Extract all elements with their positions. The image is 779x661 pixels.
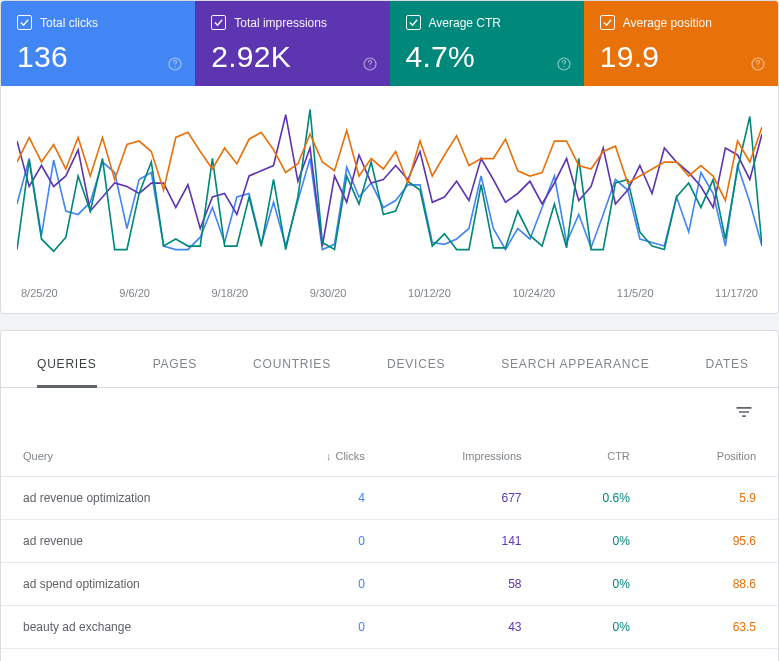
x-tick: 10/12/20 — [408, 287, 451, 299]
cell-position: 66.7 — [652, 649, 778, 662]
help-icon[interactable] — [556, 56, 572, 76]
cell-impressions: 58 — [387, 563, 544, 606]
card-average-position[interactable]: Average position 19.9 — [584, 1, 778, 86]
cell-impressions: 141 — [387, 520, 544, 563]
cell-position: 5.9 — [652, 477, 778, 520]
checkbox-icon — [211, 15, 226, 30]
checkbox-icon — [406, 15, 421, 30]
help-icon[interactable] — [167, 56, 183, 76]
tab-dates[interactable]: DATES — [706, 343, 749, 387]
svg-point-7 — [757, 66, 758, 67]
cell-clicks: 4 — [261, 477, 387, 520]
card-label: Average position — [623, 16, 712, 30]
table-row[interactable]: beauty ad exchange0430%63.5 — [1, 606, 778, 649]
tab-devices[interactable]: DEVICES — [387, 343, 445, 387]
series-impressions — [17, 115, 762, 246]
chart-area: 8/25/209/6/209/18/209/30/2010/12/2010/24… — [1, 86, 778, 313]
cell-impressions: 33 — [387, 649, 544, 662]
performance-panel: Total clicks 136 Total impressions 2.92K… — [0, 0, 779, 314]
cell-query: how much ad revenue — [1, 649, 261, 662]
cell-ctr: 0% — [544, 649, 652, 662]
col-header-ctr[interactable]: CTR — [544, 436, 652, 477]
queries-table: Query ↓Clicks Impressions CTR Position a… — [1, 436, 778, 661]
cell-query: ad revenue — [1, 520, 261, 563]
x-tick: 9/6/20 — [119, 287, 150, 299]
x-tick: 9/18/20 — [211, 287, 248, 299]
card-value: 4.7% — [406, 40, 568, 74]
col-header-impressions[interactable]: Impressions — [387, 436, 544, 477]
col-header-query[interactable]: Query — [1, 436, 261, 477]
performance-chart — [17, 106, 762, 281]
dimension-tabs: QUERIESPAGESCOUNTRIESDEVICESSEARCH APPEA… — [1, 331, 778, 388]
card-value: 136 — [17, 40, 179, 74]
card-value: 2.92K — [211, 40, 373, 74]
metric-cards: Total clicks 136 Total impressions 2.92K… — [1, 1, 778, 86]
cell-position: 88.6 — [652, 563, 778, 606]
x-tick: 10/24/20 — [512, 287, 555, 299]
chart-x-axis: 8/25/209/6/209/18/209/30/2010/12/2010/24… — [17, 287, 762, 299]
card-value: 19.9 — [600, 40, 762, 74]
card-average-ctr[interactable]: Average CTR 4.7% — [390, 1, 584, 86]
sort-desc-icon: ↓ — [326, 450, 332, 462]
cell-position: 63.5 — [652, 606, 778, 649]
tab-countries[interactable]: COUNTRIES — [253, 343, 331, 387]
checkbox-icon — [600, 15, 615, 30]
cell-impressions: 677 — [387, 477, 544, 520]
cell-query: ad spend optimization — [1, 563, 261, 606]
cell-clicks: 0 — [261, 649, 387, 662]
table-row[interactable]: ad spend optimization0580%88.6 — [1, 563, 778, 606]
card-label: Average CTR — [429, 16, 501, 30]
help-icon[interactable] — [750, 56, 766, 76]
cell-query: beauty ad exchange — [1, 606, 261, 649]
col-header-position[interactable]: Position — [652, 436, 778, 477]
svg-point-3 — [369, 66, 370, 67]
cell-clicks: 0 — [261, 563, 387, 606]
cell-ctr: 0.6% — [544, 477, 652, 520]
table-row[interactable]: ad revenue01410%95.6 — [1, 520, 778, 563]
card-label: Total impressions — [234, 16, 327, 30]
card-label: Total clicks — [40, 16, 98, 30]
svg-point-5 — [563, 66, 564, 67]
cell-impressions: 43 — [387, 606, 544, 649]
x-tick: 11/17/20 — [715, 287, 758, 299]
x-tick: 9/30/20 — [310, 287, 347, 299]
tab-search-appearance[interactable]: SEARCH APPEARANCE — [501, 343, 649, 387]
filter-icon[interactable] — [730, 398, 758, 426]
table-row[interactable]: ad revenue optimization46770.6%5.9 — [1, 477, 778, 520]
svg-point-1 — [175, 66, 176, 67]
cell-clicks: 0 — [261, 606, 387, 649]
cell-ctr: 0% — [544, 563, 652, 606]
x-tick: 8/25/20 — [21, 287, 58, 299]
col-header-clicks[interactable]: ↓Clicks — [261, 436, 387, 477]
queries-panel: QUERIESPAGESCOUNTRIESDEVICESSEARCH APPEA… — [0, 330, 779, 661]
tab-queries[interactable]: QUERIES — [37, 343, 97, 388]
table-row[interactable]: how much ad revenue0330%66.7 — [1, 649, 778, 662]
help-icon[interactable] — [362, 56, 378, 76]
x-tick: 11/5/20 — [617, 287, 654, 299]
series-ctr — [17, 110, 762, 252]
checkbox-icon — [17, 15, 32, 30]
cell-clicks: 0 — [261, 520, 387, 563]
cell-ctr: 0% — [544, 520, 652, 563]
tab-pages[interactable]: PAGES — [153, 343, 197, 387]
cell-position: 95.6 — [652, 520, 778, 563]
cell-query: ad revenue optimization — [1, 477, 261, 520]
card-total-clicks[interactable]: Total clicks 136 — [1, 1, 195, 86]
card-total-impressions[interactable]: Total impressions 2.92K — [195, 1, 389, 86]
cell-ctr: 0% — [544, 606, 652, 649]
